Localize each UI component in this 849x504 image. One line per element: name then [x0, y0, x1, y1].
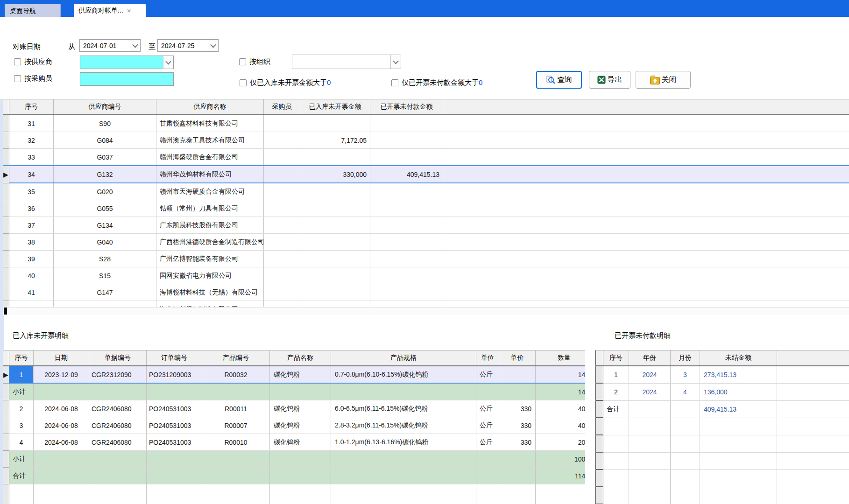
- table-cell[interactable]: 42: [9, 301, 54, 307]
- table-row[interactable]: 35G020赣州市天海硬质合金有限公司: [3, 183, 849, 200]
- table-cell[interactable]: [700, 487, 777, 504]
- export-button[interactable]: 导出: [589, 71, 630, 89]
- table-cell[interactable]: 广东凯晨科技股份有限公司: [156, 217, 264, 234]
- table-cell[interactable]: 35: [9, 183, 54, 200]
- table-cell[interactable]: 3: [671, 366, 700, 383]
- table-cell[interactable]: 36: [9, 200, 54, 217]
- table-row[interactable]: ▶34G132赣州华茂钨材料有限公司330,000409,415.13: [3, 166, 849, 183]
- table-cell[interactable]: [499, 501, 536, 504]
- table-cell[interactable]: [34, 501, 89, 504]
- checkbox-only-invoiced-unpaid[interactable]: [391, 79, 398, 86]
- table-cell[interactable]: 330: [499, 417, 536, 434]
- table-cell[interactable]: [671, 487, 700, 504]
- table-cell[interactable]: [89, 501, 147, 504]
- table-cell[interactable]: [370, 301, 443, 307]
- table-cell[interactable]: [34, 468, 89, 484]
- table-row[interactable]: [596, 487, 849, 504]
- table-cell[interactable]: [34, 383, 89, 400]
- table-row[interactable]: 小计1000: [3, 451, 585, 468]
- query-button[interactable]: 查询: [536, 71, 582, 89]
- table-cell[interactable]: [499, 383, 536, 400]
- table-cell[interactable]: CGR2406080: [89, 400, 147, 417]
- table-cell[interactable]: 海宁恒都桥架制造有限公司: [156, 301, 264, 307]
- table-cell[interactable]: 1: [603, 366, 629, 383]
- table-cell[interactable]: [300, 251, 370, 267]
- table-cell[interactable]: CGR2406080: [89, 434, 147, 451]
- table-cell[interactable]: [603, 418, 629, 435]
- table-cell[interactable]: [270, 383, 331, 400]
- table-cell[interactable]: [629, 487, 671, 504]
- table-cell[interactable]: 200: [536, 434, 586, 451]
- tab-supplier-statement[interactable]: 供应商对帐单... ×: [74, 4, 146, 17]
- table-cell[interactable]: [264, 200, 300, 217]
- table-cell[interactable]: [603, 487, 629, 504]
- table-cell[interactable]: [629, 400, 671, 418]
- table-cell[interactable]: 碳化钨粉: [270, 366, 331, 383]
- table-cell[interactable]: 37: [9, 217, 54, 234]
- table-cell[interactable]: R00007: [202, 417, 270, 434]
- table-cell[interactable]: [264, 115, 300, 132]
- table-cell[interactable]: [300, 183, 370, 200]
- table-cell[interactable]: 公斤: [476, 400, 499, 417]
- table-cell[interactable]: [476, 451, 499, 468]
- table-cell[interactable]: [370, 267, 443, 284]
- table-cell[interactable]: [147, 451, 202, 468]
- table-cell[interactable]: 330,000: [300, 166, 370, 183]
- table-row[interactable]: [596, 452, 849, 469]
- table-cell[interactable]: 赣州市天海硬质合金有限公司: [156, 183, 264, 200]
- table-cell[interactable]: [300, 234, 370, 251]
- table-cell[interactable]: [629, 435, 671, 452]
- table-cell[interactable]: [476, 383, 499, 400]
- table-cell[interactable]: [202, 451, 270, 468]
- supplier-select[interactable]: [80, 56, 174, 69]
- table-cell[interactable]: [147, 383, 202, 400]
- table-cell[interactable]: 合计: [9, 468, 34, 484]
- table-cell[interactable]: [264, 183, 300, 200]
- table-cell[interactable]: [700, 452, 777, 469]
- table-cell[interactable]: 小计: [9, 451, 34, 468]
- close-button[interactable]: 关闭: [636, 71, 691, 89]
- table-row[interactable]: 40S15国网安徽省电力有限公司: [3, 267, 849, 284]
- table-cell[interactable]: 330: [499, 434, 536, 451]
- table-cell[interactable]: [671, 469, 700, 487]
- table-cell[interactable]: [671, 435, 700, 452]
- table-cell[interactable]: [264, 132, 300, 149]
- org-select[interactable]: [292, 55, 401, 69]
- table-cell[interactable]: 409,415.13: [700, 400, 777, 418]
- table-cell[interactable]: 海博锐材料科技（无锡）有限公司: [156, 284, 264, 301]
- table-cell[interactable]: 33: [9, 149, 54, 166]
- table-cell[interactable]: [700, 418, 777, 435]
- chevron-down-icon[interactable]: [163, 56, 173, 69]
- table-cell[interactable]: [147, 501, 202, 504]
- table-cell[interactable]: 2024: [629, 383, 671, 400]
- table-row[interactable]: 小计145: [3, 383, 585, 400]
- table-cell[interactable]: 2023-12-09: [34, 366, 89, 383]
- table-cell[interactable]: [499, 451, 536, 468]
- table-cell[interactable]: [300, 217, 370, 234]
- table-cell[interactable]: 273,415.13: [700, 366, 777, 383]
- table-cell[interactable]: 赣州澳克泰工具技术有限公司: [156, 132, 264, 149]
- table-cell[interactable]: [331, 484, 476, 501]
- table-row[interactable]: 42G066海宁恒都桥架制造有限公司: [3, 301, 849, 307]
- table-cell[interactable]: [202, 383, 270, 400]
- close-icon[interactable]: ×: [127, 7, 131, 14]
- chevron-down-icon[interactable]: [130, 40, 140, 51]
- table-cell[interactable]: G040: [54, 234, 156, 251]
- table-cell[interactable]: 1145: [536, 468, 586, 484]
- table-cell[interactable]: 136,000: [700, 383, 777, 400]
- table-cell[interactable]: 32: [9, 132, 54, 149]
- table-cell[interactable]: 公斤: [476, 434, 499, 451]
- table-cell[interactable]: [370, 149, 443, 166]
- table-cell[interactable]: 39: [9, 251, 54, 267]
- table-cell[interactable]: 34: [9, 166, 54, 183]
- table-cell[interactable]: [9, 501, 34, 504]
- table-cell[interactable]: G055: [54, 200, 156, 217]
- table-cell[interactable]: [370, 183, 443, 200]
- table-cell[interactable]: [331, 383, 476, 400]
- table-cell[interactable]: [499, 484, 536, 501]
- table-cell[interactable]: [34, 484, 89, 501]
- scrollbar-thumb[interactable]: [4, 308, 7, 315]
- table-cell[interactable]: 41: [9, 284, 54, 301]
- table-cell[interactable]: 1: [9, 366, 34, 383]
- table-cell[interactable]: [629, 452, 671, 469]
